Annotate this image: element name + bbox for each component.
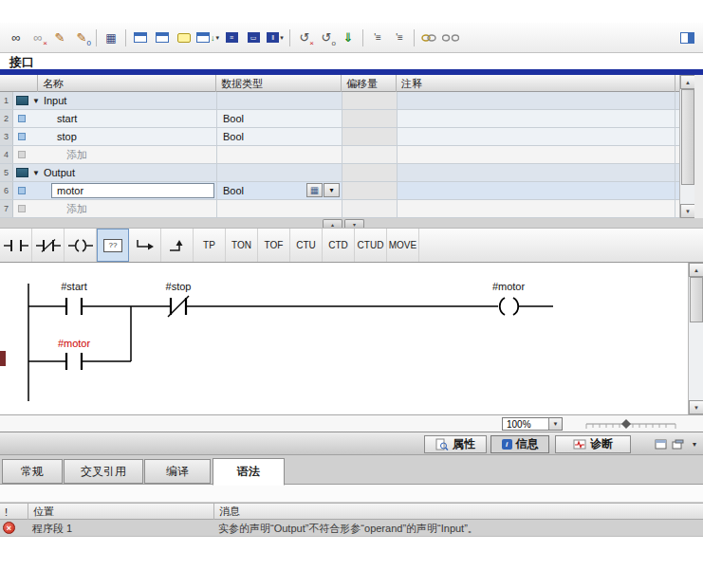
link-icon[interactable] (418, 28, 439, 48)
nc-contact-button[interactable] (32, 229, 65, 262)
ladder-scrollbar[interactable]: ▲ ▼ (688, 263, 703, 414)
header-flag[interactable]: ! (0, 504, 28, 520)
table-row-add-output[interactable]: 7 添加 (0, 200, 679, 218)
datatype-dropdown-button[interactable]: ▾ (324, 183, 340, 197)
header-comment[interactable]: 注释 (397, 75, 675, 92)
tab-cross-references[interactable]: 交叉引用 (64, 459, 143, 484)
scrollbar-thumb[interactable] (681, 89, 694, 185)
zoom-select[interactable]: 100% ▼ (502, 417, 563, 431)
var-name-cell[interactable]: stop (30, 128, 216, 145)
move-button[interactable]: MOVE (387, 229, 419, 262)
collapse-down-handle[interactable]: ▾ (344, 219, 364, 228)
tab-info[interactable]: i 信息 (490, 435, 549, 453)
expand-triangle-icon[interactable]: ▼ (32, 97, 40, 105)
var-name-cell[interactable]: ▼Input (30, 92, 216, 109)
tab-syntax[interactable]: 语法 (213, 458, 285, 486)
expand-triangle-icon[interactable]: ▼ (32, 169, 40, 177)
contact-operand-stop[interactable]: #stop (152, 281, 205, 292)
scroll-up-button[interactable]: ▲ (680, 75, 695, 89)
unlink-icon[interactable] (440, 28, 461, 48)
var-type-cell[interactable]: Bool ▦ ▾ (216, 182, 342, 199)
coil-operand-motor[interactable]: #motor (482, 281, 535, 292)
no-contact-button[interactable] (0, 229, 32, 262)
table-row-input-group[interactable]: 1 ▼Input (0, 92, 679, 110)
header-location[interactable]: 位置 (28, 504, 214, 520)
message-row[interactable]: × 程序段 1 实参的声明“Output”不符合形参“operand”的声明“I… (0, 520, 703, 537)
table-row-add-input[interactable]: 4 添加 (0, 146, 679, 164)
restore-snapshot-icon[interactable]: ↺o (316, 28, 337, 48)
ctd-counter-button[interactable]: CTD (323, 229, 355, 262)
modify-operand-icon[interactable]: ✎ (49, 28, 70, 48)
task-card-pane-icon[interactable] (676, 28, 697, 48)
var-comment-cell[interactable] (397, 92, 675, 109)
datatype-picker-button[interactable]: ▦ (306, 183, 323, 197)
var-type-cell[interactable]: Bool (216, 128, 342, 145)
table-row-output-group[interactable]: 5 ▼Output (0, 164, 679, 182)
contact-operand-start[interactable]: #start (47, 281, 101, 292)
message-location[interactable]: 程序段 1 (32, 520, 72, 537)
var-type-cell[interactable] (216, 200, 342, 217)
table-row-start[interactable]: 2 start Bool (0, 110, 679, 128)
open-branch-button[interactable] (129, 229, 161, 262)
scroll-down-button[interactable]: ▼ (689, 400, 703, 414)
var-type-cell[interactable] (216, 146, 342, 163)
var-comment-cell[interactable] (397, 146, 675, 163)
zoom-slider-handle[interactable] (621, 419, 631, 429)
snapshot-icon[interactable]: ▦ (101, 28, 121, 48)
discard-snapshot-icon[interactable]: ↺× (294, 28, 315, 48)
add-row-label[interactable]: 添加 (30, 200, 216, 217)
header-name[interactable]: 名称 (38, 75, 216, 92)
empty-box-button[interactable]: ?? (97, 229, 129, 262)
float-pane-icon[interactable] (653, 437, 668, 451)
table-scrollbar[interactable]: ▲ ▼ (679, 75, 694, 218)
ctud-counter-button[interactable]: CTUD (355, 229, 387, 262)
modify-operand-now-icon[interactable]: ✎0 (71, 28, 92, 48)
header-message[interactable]: 消息 (214, 504, 703, 520)
download-values-icon[interactable]: ⇓ (338, 28, 359, 48)
ctu-counter-button[interactable]: CTU (290, 229, 323, 262)
compare-editor-icon[interactable]: ▭ (243, 28, 264, 48)
var-type-cell[interactable]: Bool (216, 110, 342, 127)
add-row-label[interactable]: 添加 (30, 146, 216, 163)
coil-button[interactable] (65, 229, 97, 262)
tab-diagnostics[interactable]: 诊断 (555, 435, 631, 453)
scroll-down-button[interactable]: ▼ (680, 204, 695, 218)
var-comment-cell[interactable] (397, 200, 675, 217)
tab-general[interactable]: 常规 (2, 459, 63, 484)
var-name-cell[interactable]: ▼Output (30, 164, 216, 181)
var-name-editor[interactable]: motor (51, 183, 214, 198)
tp-timer-button[interactable]: TP (194, 229, 226, 262)
monitor-off-icon[interactable]: ∞× (28, 28, 48, 48)
table-row-motor[interactable]: 6 motor Bool ▦ ▾ (0, 182, 679, 200)
absolute-operands-icon[interactable] (130, 28, 151, 48)
tab-properties[interactable]: 属性 (424, 435, 487, 453)
var-type-cell[interactable] (216, 92, 342, 109)
var-comment-cell[interactable] (397, 164, 675, 181)
scrollbar-thumb[interactable] (690, 277, 703, 322)
header-datatype[interactable]: 数据类型 (216, 75, 342, 92)
zoom-slider[interactable] (584, 416, 677, 432)
zoom-dropdown-arrow-icon[interactable]: ▼ (548, 418, 562, 430)
var-type-cell[interactable] (216, 164, 342, 181)
dock-pane-icon[interactable] (670, 437, 685, 451)
split-editor-icon[interactable]: ‖▾ (265, 28, 286, 48)
compare-view-right-icon[interactable]: '≡ (389, 28, 410, 48)
branch-contact-operand-motor[interactable]: #motor (47, 338, 101, 349)
ladder-network-area[interactable]: #start #stop #motor #motor (0, 263, 688, 414)
table-row-stop[interactable]: 3 stop Bool (0, 128, 679, 146)
monitor-all-icon[interactable]: ∞ (6, 28, 27, 48)
compare-view-left-icon[interactable]: '≡ (367, 28, 388, 48)
operand-representation-icon[interactable] (152, 28, 173, 48)
ton-timer-button[interactable]: TON (226, 229, 258, 262)
var-comment-cell[interactable] (397, 110, 675, 127)
favorites-view-icon[interactable]: ≡ (221, 28, 242, 48)
close-branch-button[interactable] (161, 229, 194, 262)
scroll-up-button[interactable]: ▲ (689, 263, 703, 277)
network-open-close-icon[interactable]: ↓▾ (195, 28, 220, 48)
tof-timer-button[interactable]: TOF (258, 229, 290, 262)
tab-compile[interactable]: 编译 (144, 459, 211, 484)
var-comment-cell[interactable] (397, 182, 675, 199)
header-offset[interactable]: 偏移量 (342, 75, 397, 92)
collapse-up-handle[interactable]: ▴ (323, 219, 342, 228)
collapse-pane-icon[interactable]: ▾ (687, 437, 702, 451)
